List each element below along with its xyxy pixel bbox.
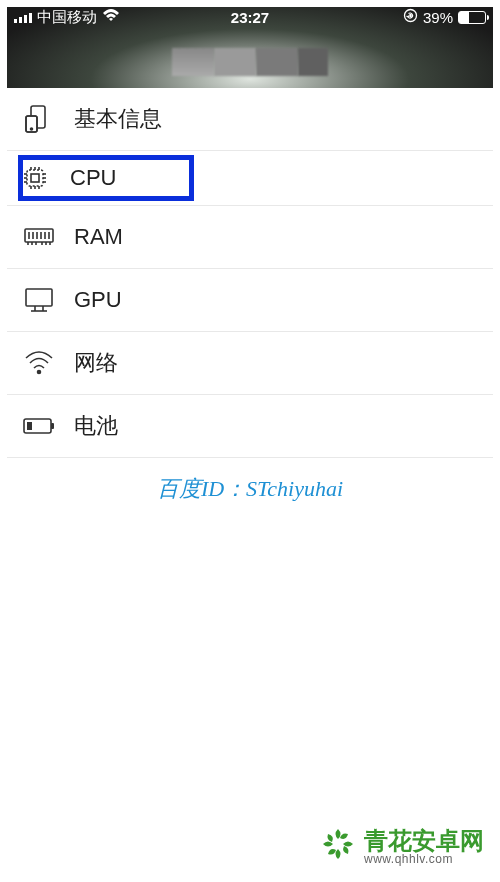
- orientation-lock-icon: [403, 8, 418, 26]
- watermark-text: 百度ID：STchiyuhai: [0, 474, 500, 504]
- app-header: 中国移动 23:27 39%: [0, 0, 500, 88]
- wifi-icon: [102, 8, 120, 26]
- device-icon: [22, 104, 56, 134]
- svg-point-37: [38, 371, 41, 374]
- menu-item-basic-info[interactable]: 基本信息: [0, 88, 500, 151]
- footer-brand-name: 青花安卓网: [364, 829, 484, 853]
- header-title-pixelated: [172, 48, 328, 76]
- svg-rect-1: [409, 14, 411, 17]
- svg-point-5: [31, 128, 33, 130]
- footer-url: www.qhhlv.com: [364, 853, 484, 865]
- menu-item-cpu[interactable]: CPU: [0, 151, 500, 206]
- menu-label: GPU: [74, 287, 122, 313]
- svg-rect-39: [51, 423, 54, 429]
- knot-logo-icon: [318, 824, 358, 870]
- battery-icon: [458, 11, 486, 24]
- ram-icon: [22, 222, 56, 252]
- battery-large-icon: [22, 411, 56, 441]
- menu-label: 基本信息: [74, 104, 162, 134]
- svg-rect-33: [26, 289, 52, 306]
- signal-icon: [14, 11, 32, 23]
- menu-item-gpu[interactable]: GPU: [0, 269, 500, 332]
- svg-point-41: [335, 841, 341, 847]
- menu-item-battery[interactable]: 电池: [0, 395, 500, 458]
- monitor-icon: [22, 285, 56, 315]
- battery-percent: 39%: [423, 9, 453, 26]
- menu-item-ram[interactable]: RAM: [0, 206, 500, 269]
- cpu-icon: [18, 163, 52, 193]
- carrier-label: 中国移动: [37, 8, 97, 27]
- menu-label: RAM: [74, 224, 123, 250]
- menu-label: 电池: [74, 411, 118, 441]
- menu-item-network[interactable]: 网络: [0, 332, 500, 395]
- clock: 23:27: [231, 9, 269, 26]
- menu-list: 基本信息 CPU RAM GPU 网络 电池: [0, 88, 500, 458]
- svg-rect-40: [27, 422, 32, 430]
- menu-label: CPU: [70, 165, 116, 191]
- menu-label: 网络: [74, 348, 118, 378]
- footer-brand: 青花安卓网 www.qhhlv.com: [318, 824, 484, 870]
- status-bar: 中国移动 23:27 39%: [0, 0, 500, 28]
- svg-rect-7: [31, 174, 39, 182]
- wifi-large-icon: [22, 348, 56, 378]
- svg-rect-6: [27, 170, 43, 186]
